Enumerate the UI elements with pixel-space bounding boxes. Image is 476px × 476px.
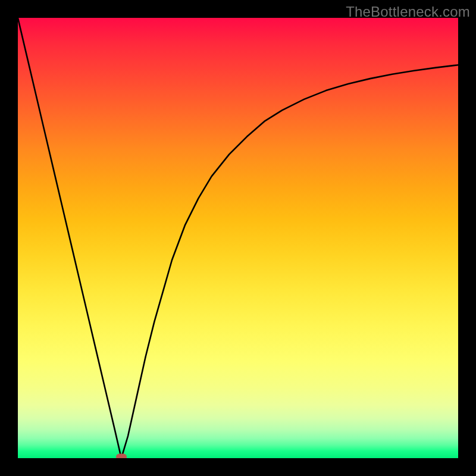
chart-frame: TheBottleneck.com (0, 0, 476, 476)
minimum-marker (116, 454, 127, 459)
bottleneck-curve (18, 18, 458, 458)
plot-area (18, 18, 458, 458)
